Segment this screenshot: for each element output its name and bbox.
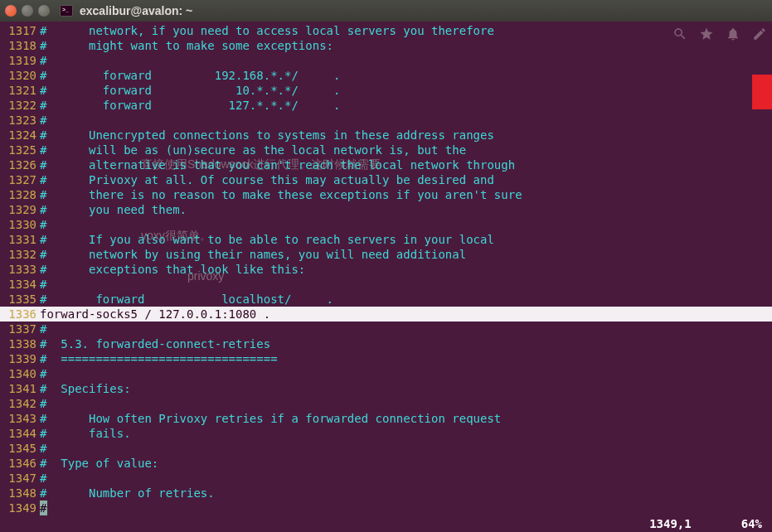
line-content: # [38, 471, 46, 486]
editor-line: 1322# forward 127.*.*.*/ . [0, 98, 772, 113]
line-content: # you need them. [38, 202, 187, 217]
window-controls [5, 5, 50, 17]
bell-icon[interactable] [726, 27, 740, 41]
line-content: # =============================== [38, 351, 278, 366]
editor-line: 1335# forward localhost/ . [0, 292, 772, 307]
close-icon[interactable] [5, 5, 17, 17]
editor-line: 1323# [0, 113, 772, 128]
line-content: # [38, 53, 46, 68]
cursor-position: 1349,1 [649, 517, 692, 530]
line-number: 1327 [0, 172, 38, 187]
editor-line: 1339# =============================== [0, 351, 772, 366]
line-content: # Specifies: [38, 381, 131, 396]
line-number: 1323 [0, 113, 38, 128]
line-number: 1332 [0, 247, 38, 262]
line-number: 1333 [0, 262, 38, 277]
line-content: # network, if you need to access local s… [38, 23, 494, 38]
line-number: 1339 [0, 351, 38, 366]
editor-line: 1347# [0, 471, 772, 486]
line-content: # [38, 217, 46, 232]
editor-line: 1346# Type of value: [0, 456, 772, 471]
editor-line: 1328# there is no reason to make these e… [0, 187, 772, 202]
line-number: 1336 [0, 307, 38, 322]
line-content: # network by using their names, you will… [38, 247, 466, 262]
editor-line: 1343# How often Privoxy retries if a for… [0, 411, 772, 426]
line-number: 1319 [0, 53, 38, 68]
editor-line: 1341# Specifies: [0, 381, 772, 396]
line-content: # there is no reason to make these excep… [38, 187, 522, 202]
line-content: # [38, 322, 46, 336]
editor-line: 1348# Number of retries. [0, 486, 772, 501]
editor-line: 1334# [0, 277, 772, 292]
line-content: # Type of value: [38, 456, 158, 471]
line-content: # might want to make some exceptions: [38, 38, 333, 53]
star-icon[interactable] [699, 27, 714, 41]
line-content: # Number of retries. [38, 486, 215, 501]
editor-line: 1324# Unencrypted connections to systems… [0, 128, 772, 143]
maximize-icon[interactable] [38, 5, 50, 17]
line-number: 1329 [0, 202, 38, 217]
cursor: # [40, 501, 47, 515]
line-content: # [38, 441, 46, 456]
editor-line: 1337# [0, 322, 772, 336]
line-number: 1346 [0, 456, 38, 471]
line-number: 1341 [0, 381, 38, 396]
line-number: 1349 [0, 501, 38, 515]
line-content: # How often Privoxy retries if a forward… [38, 411, 501, 426]
editor-line: 1349# [0, 501, 772, 515]
line-content: # [38, 113, 46, 128]
window-title: excalibur@avalon: ~ [80, 4, 192, 17]
line-content: # [38, 277, 46, 292]
line-number: 1337 [0, 322, 38, 336]
terminal-editor[interactable]: 1317# network, if you need to access loc… [0, 22, 772, 515]
editor-line: 1327# Privoxy at all. Of course this may… [0, 172, 772, 187]
line-content: # If you also want to be able to reach s… [38, 232, 494, 247]
window-titlebar: excalibur@avalon: ~ [0, 0, 772, 22]
line-number: 1340 [0, 366, 38, 381]
line-content: # fails. [38, 426, 131, 441]
editor-line: 1340# [0, 366, 772, 381]
line-content: # Unencrypted connections to systems in … [38, 128, 494, 143]
edit-icon[interactable] [752, 27, 767, 41]
line-number: 1326 [0, 157, 38, 172]
line-number: 1343 [0, 411, 38, 426]
line-content: # alternative is that you can't reach th… [38, 157, 515, 172]
editor-line: 1320# forward 192.168.*.*/ . [0, 68, 772, 83]
line-content: # [38, 501, 47, 515]
line-number: 1335 [0, 292, 38, 307]
editor-line: 1333# exceptions that look like this: [0, 262, 772, 277]
line-number: 1324 [0, 128, 38, 143]
editor-line: 1330# [0, 217, 772, 232]
editor-line: 1332# network by using their names, you … [0, 247, 772, 262]
editor-line: 1318# might want to make some exceptions… [0, 38, 772, 53]
overlay-toolbar [672, 27, 767, 41]
editor-line: 1326# alternative is that you can't reac… [0, 157, 772, 172]
editor-line: 1319# [0, 53, 772, 68]
line-number: 1348 [0, 486, 38, 501]
line-content: # Privoxy at all. Of course this may act… [38, 172, 494, 187]
line-number: 1328 [0, 187, 38, 202]
line-number: 1320 [0, 68, 38, 83]
line-number: 1334 [0, 277, 38, 292]
terminal-icon [60, 5, 73, 17]
scroll-percent: 64% [741, 517, 762, 530]
line-content: # exceptions that look like this: [38, 262, 305, 277]
line-content: forward-socks5 / 127.0.0.1:1080 . [38, 307, 270, 322]
line-content: # 5.3. forwarded-connect-retries [38, 336, 270, 351]
line-number: 1325 [0, 143, 38, 157]
line-content: # [38, 366, 46, 381]
line-number: 1345 [0, 441, 38, 456]
editor-line: 1321# forward 10.*.*.*/ . [0, 83, 772, 98]
line-number: 1321 [0, 83, 38, 98]
line-number: 1322 [0, 98, 38, 113]
line-number: 1338 [0, 336, 38, 351]
search-icon[interactable] [672, 27, 687, 41]
editor-line: 1317# network, if you need to access loc… [0, 23, 772, 38]
line-number: 1331 [0, 232, 38, 247]
line-content: # [38, 396, 46, 411]
line-number: 1347 [0, 471, 38, 486]
editor-line: 1331# If you also want to be able to rea… [0, 232, 772, 247]
line-content: # will be as (un)secure as the local net… [38, 143, 466, 157]
minimize-icon[interactable] [22, 5, 33, 17]
line-content: # forward 127.*.*.*/ . [38, 98, 340, 113]
